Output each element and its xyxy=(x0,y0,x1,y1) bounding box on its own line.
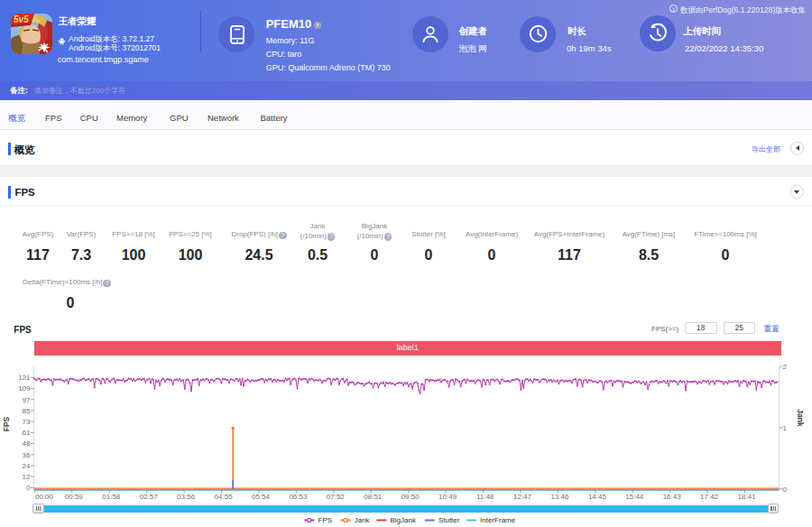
svg-text:1: 1 xyxy=(783,424,788,432)
svg-text:36: 36 xyxy=(23,451,31,459)
svg-text:17:42: 17:42 xyxy=(700,493,719,501)
svg-text:24: 24 xyxy=(23,462,31,470)
svg-text:06:53: 06:53 xyxy=(289,493,308,501)
svg-text:03:56: 03:56 xyxy=(177,493,196,501)
svg-text:85: 85 xyxy=(23,407,31,415)
svg-text:0: 0 xyxy=(26,484,31,492)
svg-text:02:57: 02:57 xyxy=(140,493,159,501)
svg-text:00:59: 00:59 xyxy=(65,493,84,501)
svg-text:73: 73 xyxy=(23,418,31,426)
svg-text:BigJank: BigJank xyxy=(391,516,417,524)
svg-text:01:58: 01:58 xyxy=(102,493,121,501)
svg-text:18:41: 18:41 xyxy=(738,493,757,501)
svg-text:05:54: 05:54 xyxy=(252,493,271,501)
svg-text:0: 0 xyxy=(783,485,788,494)
svg-text:97: 97 xyxy=(23,396,31,404)
svg-text:11:48: 11:48 xyxy=(476,493,494,501)
svg-text:Jank: Jank xyxy=(796,409,805,427)
svg-text:12:47: 12:47 xyxy=(513,493,532,501)
svg-text:109: 109 xyxy=(18,384,31,393)
svg-text:5v5: 5v5 xyxy=(14,14,29,24)
svg-text:00:00: 00:00 xyxy=(35,493,54,501)
svg-text:09:50: 09:50 xyxy=(401,493,420,501)
svg-text:15:44: 15:44 xyxy=(625,493,644,501)
svg-text:FPS: FPS xyxy=(2,416,11,431)
svg-text:07:52: 07:52 xyxy=(327,493,346,501)
svg-text:FPS: FPS xyxy=(318,516,333,524)
svg-text:Stutter: Stutter xyxy=(438,516,460,524)
svg-text:16:43: 16:43 xyxy=(663,493,682,501)
svg-text:48: 48 xyxy=(23,439,31,448)
svg-text:121: 121 xyxy=(18,374,31,382)
svg-text:61: 61 xyxy=(23,429,31,437)
svg-text:04:55: 04:55 xyxy=(215,493,234,501)
svg-text:12: 12 xyxy=(23,473,31,481)
svg-text:10:49: 10:49 xyxy=(438,493,457,501)
svg-text:2: 2 xyxy=(783,363,788,371)
svg-text:InterFrame: InterFrame xyxy=(480,516,516,524)
svg-text:14:45: 14:45 xyxy=(588,493,607,501)
svg-text:Jank: Jank xyxy=(355,516,371,524)
svg-text:13:46: 13:46 xyxy=(550,493,569,501)
svg-text:08:51: 08:51 xyxy=(364,493,383,501)
